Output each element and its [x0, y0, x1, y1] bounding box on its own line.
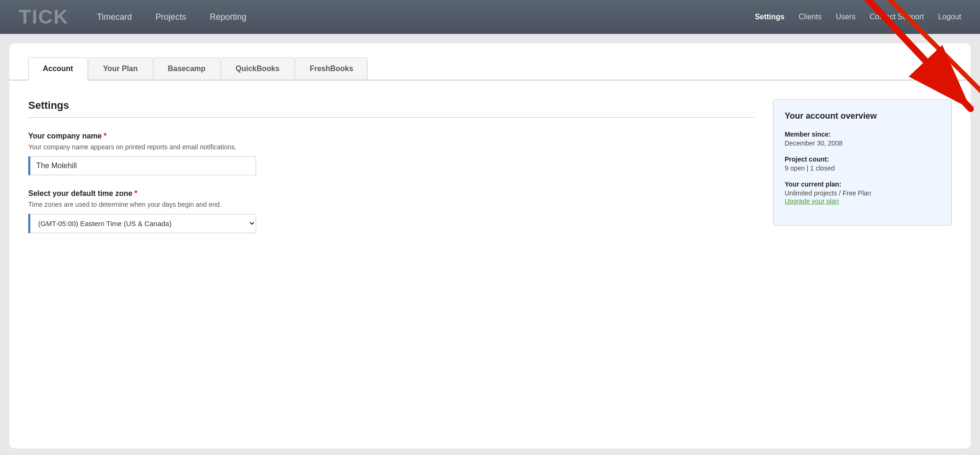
member-since-item: Member since: December 30, 2008	[785, 130, 940, 147]
required-star: *	[104, 132, 106, 140]
nav-clients[interactable]: Clients	[799, 13, 822, 21]
nav-contact-support[interactable]: Contact Support	[869, 13, 924, 21]
settings-left-panel: Settings Your company name* Your company…	[28, 99, 754, 247]
header: TICK Timecard Projects Reporting Setting…	[0, 0, 980, 34]
company-name-input[interactable]	[30, 156, 256, 175]
nav-logout[interactable]: Logout	[938, 13, 961, 21]
nav-reporting[interactable]: Reporting	[209, 12, 246, 22]
timezone-section: Select your default time zone* Time zone…	[28, 189, 754, 233]
current-plan-label: Your current plan:	[785, 180, 940, 188]
company-name-section: Your company name* Your company name app…	[28, 132, 754, 175]
timezone-select-wrapper: (GMT-12:00) International Date Line West…	[28, 214, 754, 233]
tab-quickbooks[interactable]: QuickBooks	[221, 57, 294, 80]
header-right-nav: Settings Clients Users Contact Support L…	[755, 13, 961, 21]
nav-timecard[interactable]: Timecard	[97, 12, 132, 22]
settings-tabs: Account Your Plan Basecamp QuickBooks Fr…	[9, 43, 971, 81]
nav-settings[interactable]: Settings	[755, 13, 785, 21]
tab-basecamp[interactable]: Basecamp	[153, 57, 220, 80]
content-area: Settings Your company name* Your company…	[9, 81, 971, 266]
current-plan-value: Unlimited projects / Free Plan	[785, 189, 940, 197]
nav-projects[interactable]: Projects	[155, 12, 186, 22]
account-overview-panel: Your account overview Member since: Dece…	[773, 99, 952, 247]
settings-divider	[28, 117, 754, 118]
member-since-value: December 30, 2008	[785, 139, 940, 147]
nav-users[interactable]: Users	[836, 13, 856, 21]
logo: TICK	[19, 6, 69, 28]
member-since-label: Member since:	[785, 130, 940, 138]
company-name-input-wrapper	[28, 156, 754, 175]
current-plan-item: Your current plan: Unlimited projects / …	[785, 180, 940, 205]
main-container: Account Your Plan Basecamp QuickBooks Fr…	[9, 43, 971, 448]
project-count-item: Project count: 9 open | 1 closed	[785, 155, 940, 172]
overview-title: Your account overview	[785, 111, 940, 121]
timezone-description: Time zones are used to determine when yo…	[28, 201, 754, 208]
project-count-value: 9 open | 1 closed	[785, 164, 940, 172]
tab-freshbooks[interactable]: FreshBooks	[295, 57, 368, 80]
company-name-label: Your company name*	[28, 132, 754, 140]
company-name-description: Your company name appears on printed rep…	[28, 143, 754, 151]
upgrade-plan-link[interactable]: Upgrade your plan	[785, 197, 839, 205]
account-overview-box: Your account overview Member since: Dece…	[773, 99, 952, 226]
timezone-label: Select your default time zone*	[28, 189, 754, 198]
main-nav: Timecard Projects Reporting	[97, 12, 755, 22]
timezone-select[interactable]: (GMT-12:00) International Date Line West…	[30, 214, 256, 233]
required-star-timezone: *	[134, 189, 137, 197]
settings-title: Settings	[28, 99, 754, 112]
project-count-label: Project count:	[785, 155, 940, 163]
tab-account[interactable]: Account	[28, 57, 88, 81]
tab-your-plan[interactable]: Your Plan	[88, 57, 153, 80]
